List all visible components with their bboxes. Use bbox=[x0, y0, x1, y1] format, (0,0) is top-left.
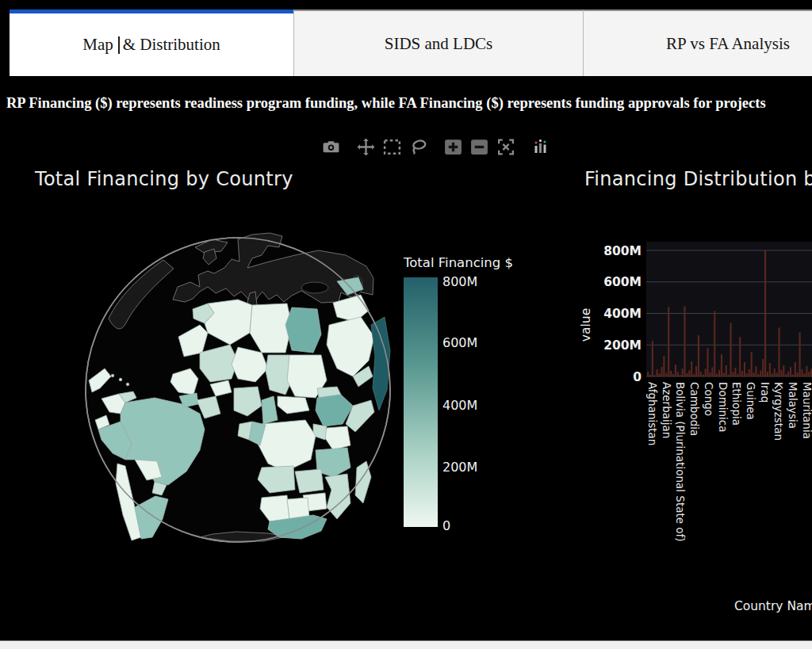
svg-text:Cambodia: Cambodia bbox=[688, 382, 701, 436]
colorbar-title: Total Financing $ bbox=[404, 255, 513, 270]
map-chart-title: Total Financing by Country bbox=[35, 168, 293, 190]
colorbar-gradient bbox=[404, 277, 438, 527]
camera-icon[interactable] bbox=[320, 136, 342, 157]
svg-text:Afghanistan: Afghanistan bbox=[646, 382, 659, 445]
page-bottom-strip bbox=[0, 640, 812, 649]
colorbar-tick: 400M bbox=[442, 398, 477, 413]
svg-text:Congo: Congo bbox=[703, 382, 715, 416]
svg-text:Azerbaijan: Azerbaijan bbox=[661, 382, 673, 438]
svg-text:Bolivia (Plurinational State o: Bolivia (Plurinational State of) bbox=[674, 382, 687, 542]
tab-map-distribution[interactable]: Map& Distribution bbox=[10, 10, 293, 76]
zoom-in-icon[interactable] bbox=[442, 136, 464, 157]
zoom-out-icon[interactable] bbox=[469, 136, 490, 157]
svg-text:400M: 400M bbox=[603, 307, 642, 321]
tab-rp-vs-fa[interactable]: RP vs FA Analysis bbox=[583, 10, 812, 76]
svg-text:Mauritania: Mauritania bbox=[801, 382, 812, 439]
svg-text:Malaysia: Malaysia bbox=[787, 382, 799, 429]
colorbar-tick: 600M bbox=[442, 335, 477, 350]
x-tick-labels: AfghanistanAzerbaijanBolivia (Plurinatio… bbox=[646, 382, 812, 542]
box-select-icon[interactable] bbox=[381, 136, 403, 157]
lasso-select-glyph bbox=[408, 137, 429, 157]
camera-glyph bbox=[321, 137, 341, 157]
tab-label: RP vs FA Analysis bbox=[666, 34, 790, 54]
colorbar-tick: 800M bbox=[442, 274, 477, 289]
tab-sids-ldcs[interactable]: SIDS and LDCs bbox=[293, 10, 583, 76]
tab-bar: Map& Distribution SIDS and LDCs RP vs FA… bbox=[10, 10, 812, 76]
y-tick-labels: 0200M400M600M800M bbox=[603, 244, 642, 384]
svg-text:0: 0 bbox=[633, 370, 642, 384]
autoscale-glyph bbox=[496, 137, 516, 157]
x-axis-title: Country Name bbox=[734, 599, 812, 613]
pan-glyph bbox=[356, 137, 376, 157]
plotly-modebar bbox=[320, 136, 551, 157]
lasso-select-icon[interactable] bbox=[408, 136, 429, 157]
colorbar-tick: 0 bbox=[442, 518, 450, 533]
svg-text:Ethiopia: Ethiopia bbox=[730, 382, 743, 426]
svg-text:Guinea: Guinea bbox=[745, 382, 757, 420]
colorbar-tick: 200M bbox=[442, 460, 477, 475]
bar-chart[interactable]: 0200M400M600M800MAfghanistanAzerbaijanBo… bbox=[579, 238, 812, 649]
plot-area[interactable] bbox=[646, 242, 812, 376]
box-select-glyph bbox=[382, 137, 402, 157]
svg-text:Iraq: Iraq bbox=[759, 382, 772, 403]
svg-text:200M: 200M bbox=[603, 338, 642, 353]
zoom-out-glyph bbox=[469, 137, 489, 157]
svg-text:Dominica: Dominica bbox=[717, 382, 730, 433]
text-cursor bbox=[118, 36, 120, 54]
svg-text:800M: 800M bbox=[603, 244, 642, 258]
tab-label: SIDS and LDCs bbox=[385, 34, 493, 54]
page-description: RP Financing ($) represents readiness pr… bbox=[6, 95, 812, 112]
svg-text:600M: 600M bbox=[603, 275, 642, 289]
tab-label: Map bbox=[82, 35, 113, 55]
autoscale-icon[interactable] bbox=[495, 136, 516, 157]
pan-icon[interactable] bbox=[355, 136, 377, 157]
y-axis-title: value bbox=[579, 308, 593, 342]
zoom-in-glyph bbox=[443, 137, 463, 157]
tab-label: & Distribution bbox=[123, 35, 220, 55]
plotly-logo-glyph bbox=[531, 137, 550, 156]
plotly-logo-icon[interactable] bbox=[530, 136, 551, 157]
svg-text:Kyrgyzstan: Kyrgyzstan bbox=[772, 382, 785, 441]
bar-chart-title: Financing Distribution by Country bbox=[584, 168, 812, 190]
